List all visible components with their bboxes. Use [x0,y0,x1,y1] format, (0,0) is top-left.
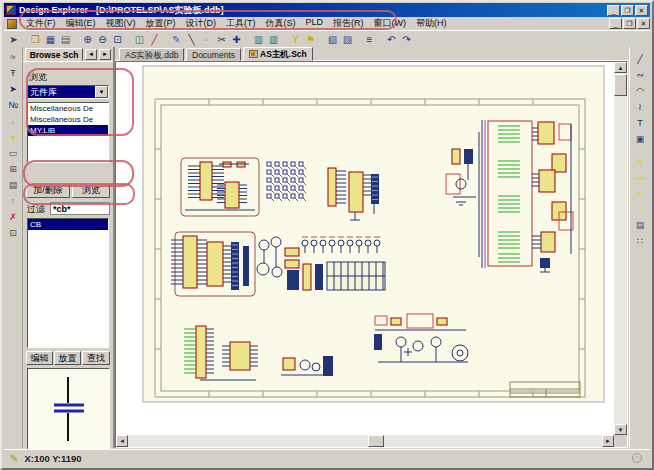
move-icon[interactable]: ✚ [229,32,244,47]
scroll-left-button[interactable]: ◄ [116,435,128,447]
zoom-document-icon[interactable]: ⊡ [110,32,125,47]
doc-tab-1[interactable]: Documents [186,48,241,61]
draw-text-icon[interactable]: T [633,115,648,130]
doc-restore-button[interactable]: ❐ [623,18,636,29]
rectangle-tool-icon[interactable]: ▭ [6,145,21,160]
library-list-item[interactable]: Miscellaneous De [28,114,108,125]
library-list-item[interactable]: Miscellaneous De [28,103,108,114]
menu-item-simulate[interactable]: 仿真(S) [261,16,301,31]
draw-roundrect-icon[interactable]: ▬ [633,169,648,184]
undo-icon[interactable]: ↶ [384,32,399,47]
panel-tab-scroll-left[interactable]: ◄ [85,49,97,60]
components-icon[interactable]: ◫ [132,32,147,47]
find-button[interactable]: 查找 [82,351,110,365]
doc-minimize-button[interactable]: _ [609,18,622,29]
app-icon [6,5,16,15]
pointer-icon[interactable]: ➤ [6,32,21,47]
status-bar: ✎ X:100 Y:1190 ◠ [4,449,650,466]
app-close-button[interactable]: ✕ [635,5,648,16]
save-icon[interactable]: ▦ [43,32,58,47]
redo-icon[interactable]: ↷ [399,32,414,47]
vertical-scroll-thumb[interactable] [614,74,627,96]
menu-item-help[interactable]: 帮助(H) [411,16,452,31]
workspace: ≈Ŧ➤№↓●▭⊞▤↑✗⊡ Browse Sch ◄ ► 浏览 元件库 ▼ Mis… [4,47,650,448]
browse-library-icon[interactable]: ▥ [266,32,281,47]
stop-icon[interactable]: ▨ [340,32,355,47]
down-arrow-icon[interactable]: ↓ [6,113,21,128]
run-icon[interactable]: ▧ [325,32,340,47]
library-list[interactable]: Miscellaneous DeMiscellaneous DeMY.LIB [27,102,109,163]
list-icon[interactable]: ≡ [362,32,377,47]
chevron-down-icon[interactable]: ▼ [95,86,108,98]
flag-icon[interactable]: ⚑ [303,32,318,47]
open-document-icon[interactable]: ❒ [28,32,43,47]
filter-input[interactable] [50,202,110,215]
scroll-right-button[interactable]: ► [602,435,614,447]
draw-rectangle-icon[interactable]: ■ [633,153,648,168]
delete-icon[interactable]: ✗ [6,209,21,224]
draw-graph-icon[interactable]: ▤ [633,217,648,232]
draw-line-icon[interactable]: ╱ [633,51,648,66]
cursor-icon[interactable]: ➤ [6,81,21,96]
vertical-scrollbar[interactable]: ▲ ▼ [614,62,627,435]
panel-tab-scroll-right[interactable]: ► [99,49,111,60]
selection-icon[interactable]: ▫ [199,32,214,47]
library-list-item[interactable]: MY.LIB [28,125,108,136]
menu-item-reports[interactable]: 报告(R) [328,16,369,31]
line-icon[interactable]: ╲ [184,32,199,47]
draw-pie-icon[interactable]: ◔ [633,201,648,216]
draw-arc-icon[interactable]: ◠ [633,83,648,98]
up-arrow-icon[interactable]: ↑ [6,193,21,208]
design-explorer-window: Design Explorer - [D:\PROTELSP\AS实验板.ddb… [0,0,654,470]
component-list-item[interactable]: CB [28,219,108,230]
schematic-viewport[interactable]: ▲ ▼ ◄ ► [115,61,628,448]
net-label-icon[interactable]: Ŧ [6,65,21,80]
app-restore-button[interactable]: ❐ [621,5,634,16]
sheet-stack-icon[interactable]: ▤ [6,177,21,192]
menu-item-view[interactable]: 视图(V) [101,16,141,31]
window-grid-icon[interactable]: ⊞ [6,161,21,176]
draw-bezier-icon[interactable]: ∾ [633,67,648,82]
tools-icon[interactable]: ✎ [169,32,184,47]
filter-label: 过滤 [27,203,45,216]
zoom-in-icon[interactable]: ⊕ [80,32,95,47]
wiring-tools-icon[interactable]: ≈ [6,49,21,64]
place-button[interactable]: 放置 [54,351,81,365]
tab-browse-sch[interactable]: Browse Sch [25,48,83,61]
draw-textframe-icon[interactable]: ▣ [633,131,648,146]
edit-button[interactable]: 编辑 [26,351,53,365]
menu-item-file[interactable]: 文件(F) [21,16,61,31]
probe-icon[interactable]: Y [288,32,303,47]
menu-item-place[interactable]: 放置(P) [141,16,181,31]
scroll-up-button[interactable]: ▲ [614,62,627,73]
wire-icon[interactable]: ╱ [147,32,162,47]
paste-icon[interactable]: ⊡ [6,225,21,240]
add-remove-button[interactable]: 加/删除 [26,183,70,198]
browse-mode-dropdown[interactable]: 元件库 ▼ [27,85,109,99]
browse-button[interactable]: 浏览 [72,183,110,198]
zoom-out-icon[interactable]: ⊖ [95,32,110,47]
horizontal-scrollbar[interactable]: ◄ ► [116,435,614,447]
schematic-canvas[interactable] [116,62,624,430]
component-list[interactable]: CB [27,218,109,348]
menu-item-edit[interactable]: 编辑(E) [61,16,101,31]
draw-ellipse-icon[interactable]: ● [633,185,648,200]
horizontal-scroll-thumb[interactable] [368,435,384,447]
draw-curve-icon[interactable]: ≀ [633,99,648,114]
cut-icon[interactable]: ✂ [214,32,229,47]
paste-array-icon[interactable]: ∷ [633,233,648,248]
scroll-down-button[interactable]: ▼ [614,424,627,435]
doc-tab-2[interactable]: AS主机.Sch [243,47,313,61]
menu-item-pld[interactable]: PLD [301,16,329,31]
capacitor-symbol [28,369,109,449]
menu-item-design[interactable]: 设计(D) [181,16,222,31]
part-icon[interactable]: ● [6,129,21,144]
print-icon[interactable]: ▤ [58,32,73,47]
doc-tab-0[interactable]: AS实验板.ddb [119,48,184,61]
menu-item-window[interactable]: 窗口(W) [369,16,412,31]
no-erc-icon[interactable]: № [6,97,21,112]
library-icon[interactable]: ▥ [251,32,266,47]
doc-close-button[interactable]: ✕ [637,18,650,29]
app-minimize-button[interactable]: _ [607,5,620,16]
menu-item-tools[interactable]: 工具(T) [221,16,261,31]
